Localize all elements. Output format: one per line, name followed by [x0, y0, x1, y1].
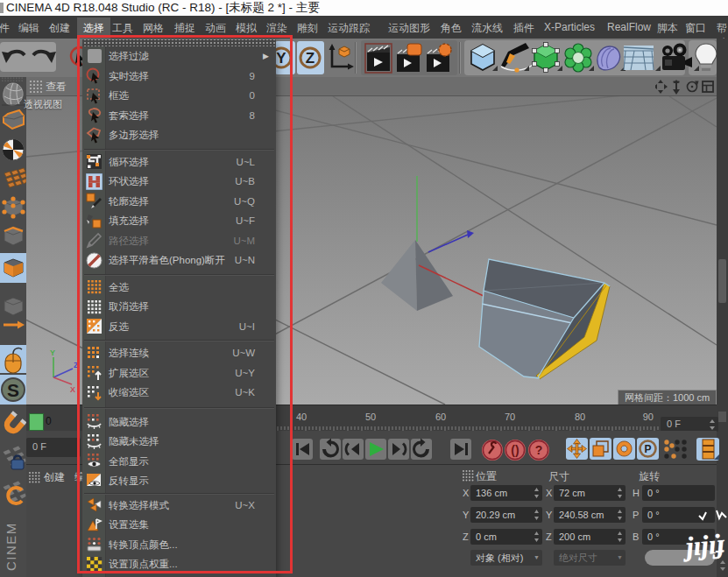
svg-text:70: 70 [505, 412, 515, 422]
svg-text:Y: Y [50, 348, 55, 357]
svg-text:80: 80 [575, 412, 585, 422]
svg-text:40: 40 [296, 412, 307, 422]
svg-text:?: ? [535, 443, 543, 457]
svg-text:60: 60 [435, 412, 446, 422]
svg-text:90: 90 [643, 412, 654, 422]
svg-text:Z: Z [306, 50, 315, 67]
svg-text:P: P [644, 443, 651, 455]
svg-text:S: S [7, 380, 19, 400]
svg-text:X: X [70, 385, 75, 394]
svg-text:50: 50 [365, 412, 376, 422]
svg-text:CINEM: CINEM [4, 522, 18, 571]
svg-text:(): () [511, 443, 519, 457]
